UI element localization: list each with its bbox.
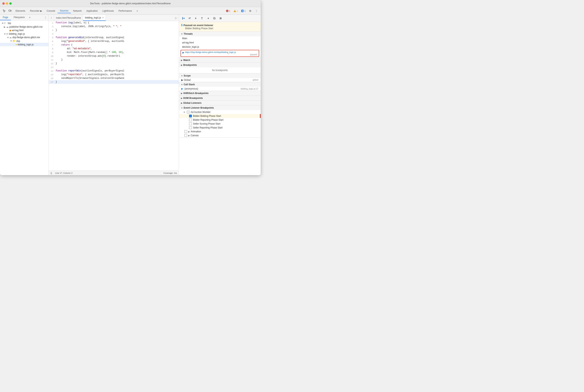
xhr-breakpoints-header[interactable]: ▶ XHR/fetch Breakpoints <box>179 91 261 96</box>
settings-icon[interactable]: ⚙ <box>247 8 253 14</box>
animation-header[interactable]: ▶ Animation <box>179 130 261 134</box>
tree-label-ad-tag: ad-tag.html <box>12 29 23 32</box>
title-bar: DevTools - publisher-fledge-demo.glitch.… <box>0 0 261 7</box>
el-seller-reporting-phase[interactable]: Seller Reporting Phase Start <box>179 126 261 130</box>
tab-performance[interactable]: Performance <box>116 9 134 13</box>
tab-sources[interactable]: Sources <box>57 8 71 13</box>
maximize-button[interactable] <box>9 2 12 5</box>
close-button[interactable] <box>2 2 5 5</box>
tab-more-filetree[interactable]: » <box>27 15 32 20</box>
worklet-collapse-icon[interactable]: − <box>187 111 189 114</box>
editor-tab-back[interactable]: ⟨ <box>49 15 54 21</box>
tab-recorder[interactable]: Recorder ▶ <box>28 9 44 13</box>
el-seller-scoring-phase[interactable]: Seller Scoring Phase Start <box>179 122 261 126</box>
arrow-icon: ▼ <box>181 75 183 77</box>
deactivate-breakpoints-btn[interactable] <box>212 16 217 21</box>
el-label-seller-reporting: Seller Reporting Phase Start <box>193 126 223 129</box>
watch-header[interactable]: ▶ Watch <box>179 58 261 62</box>
inspect-icon[interactable] <box>1 8 7 14</box>
callstack-item-anonymous[interactable]: ▶ (anonymous) bidding_logic.js:17 <box>179 87 261 91</box>
breakpoints-header[interactable]: ▶ Breakpoints <box>179 63 261 67</box>
event-listener-breakpoints-header[interactable]: ▼ Event Listener Breakpoints <box>179 106 261 110</box>
thread-bidding-logic-active[interactable]: ▶ https://dsp-fledge-demo.glitch.me/dsp/… <box>180 50 259 57</box>
svg-text:✕: ✕ <box>226 10 228 12</box>
error-badge[interactable]: ✕ 1 <box>225 9 231 13</box>
code-content[interactable]: 1 function log(label, o) { 2 console.log… <box>49 21 179 170</box>
el-bidder-bidding-phase[interactable]: ✓ Bidder Bidding Phase Start <box>179 114 261 118</box>
tab-application[interactable]: Application <box>84 9 100 13</box>
tab-elements[interactable]: Elements <box>13 9 28 13</box>
editor-tab-index[interactable]: index.html?fencedframe <box>54 15 83 21</box>
tree-item-dsp-domain[interactable]: ▼ ☁ dsp-fledge-demo.glitch.me <box>0 36 48 39</box>
info-icon: ℹ <box>181 24 182 27</box>
more-options-icon[interactable]: ⋮ <box>254 8 259 14</box>
code-line-10: 10 render: interestGroup.ads[0].renderUr… <box>49 54 179 58</box>
callstack-location: bidding_logic.js:17 <box>241 88 258 90</box>
arrow-right-icon: ▶ <box>182 51 184 54</box>
editor-tab-bidding[interactable]: bidding_logic.js ✕ <box>83 15 106 21</box>
threads-header[interactable]: ▼ Threads <box>179 32 261 36</box>
paused-title-text: Paused on event listener <box>183 24 213 27</box>
tab-filesystem[interactable]: Filesystem <box>11 15 27 20</box>
dom-breakpoints-header[interactable]: ▶ DOM Breakpoints <box>179 96 261 100</box>
info-badge[interactable]: ✉ 1 <box>240 9 247 13</box>
step-btn[interactable] <box>205 16 211 21</box>
folder-icon: 📁 <box>12 40 15 42</box>
tab-network[interactable]: Network <box>71 9 84 13</box>
tree-item-dsp-folder[interactable]: ▼ 📁 dsp <box>0 39 48 43</box>
tree-label-dsp-domain: dsp-fledge-demo.glitch.me <box>12 36 40 39</box>
tree-action-icon[interactable]: ⋮ <box>44 16 47 19</box>
tab-more[interactable]: » <box>134 9 140 13</box>
worklet-header[interactable]: ▼ − Ad Auction Worklet <box>179 110 261 114</box>
tree-item-publisher-domain[interactable]: ▶ ☁ publisher-fledge-demo.glitch.me <box>0 25 48 28</box>
checkbox-bidder-reporting[interactable] <box>189 118 192 121</box>
minimize-button[interactable] <box>6 2 8 5</box>
checkbox-animation[interactable] <box>184 130 187 133</box>
arrow-icon: ▼ <box>1 22 4 24</box>
tree-item-top[interactable]: ▼ □ top <box>0 21 48 25</box>
scope-global[interactable]: ▶ Global global <box>179 78 261 82</box>
code-line-2: 2 console.log(label, JSON.stringify(o, "… <box>49 25 179 28</box>
callstack-header[interactable]: ▼ Call Stack <box>179 82 261 87</box>
thread-decision-logic[interactable]: decision_logic.js <box>179 45 261 49</box>
tree-item-bidding-logic-root[interactable]: ▼ ⚙ bidding_logic.js <box>0 32 48 36</box>
device-toggle-icon[interactable] <box>7 8 13 14</box>
threads-label: Threads <box>184 32 193 35</box>
tab-page[interactable]: Page <box>0 15 11 20</box>
close-tab-icon[interactable]: ✕ <box>102 16 104 19</box>
checkbox-seller-scoring[interactable] <box>189 122 192 125</box>
tab-console[interactable]: Console <box>44 9 57 13</box>
status-curly[interactable]: {} <box>50 172 52 174</box>
canvas-group: ▶ Canvas <box>179 134 261 138</box>
tab-lighthouse[interactable]: Lighthouse <box>100 9 116 13</box>
tree-label-top: top <box>8 22 11 24</box>
paused-title: ℹ Paused on event listener <box>181 24 258 27</box>
step-over-btn[interactable] <box>187 16 192 21</box>
el-bidder-reporting-phase[interactable]: Bidder Reporting Phase Start <box>179 118 261 122</box>
callstack-label: Call Stack <box>184 83 195 86</box>
tree-item-bidding-logic-file[interactable]: ■ bidding_logic.js <box>0 43 48 46</box>
warning-badge[interactable]: ! 1 <box>232 9 239 13</box>
editor-tab-right-action[interactable]: ▷ <box>173 16 179 20</box>
tree-item-ad-tag[interactable]: ◼ ad-tag.html <box>0 28 48 32</box>
resume-btn[interactable] <box>180 16 186 21</box>
checkbox-bidder-bidding[interactable]: ✓ <box>189 115 192 117</box>
canvas-header[interactable]: ▶ Canvas <box>179 134 261 138</box>
checkbox-seller-reporting[interactable] <box>189 126 192 129</box>
arrow-icon: ▼ <box>181 33 183 35</box>
paused-subtitle: Bidder Bidding Phase Start <box>181 27 258 30</box>
el-label-bidder-reporting: Bidder Reporting Phase Start <box>193 118 223 121</box>
global-listeners-header[interactable]: ▶ Global Listeners <box>179 101 261 105</box>
scope-header[interactable]: ▼ Scope <box>179 74 261 78</box>
thread-ad-tag[interactable]: ad-tag.html <box>179 40 261 45</box>
paused-notice: ℹ Paused on event listener Bidder Biddin… <box>179 22 261 32</box>
step-into-btn[interactable] <box>193 16 198 21</box>
thread-main[interactable]: Main <box>179 36 261 40</box>
checkbox-canvas[interactable] <box>184 134 187 137</box>
step-out-btn[interactable] <box>199 16 205 21</box>
no-breakpoints-text: No breakpoints <box>179 67 261 73</box>
pause-on-exceptions-btn[interactable] <box>218 16 223 21</box>
animation-group: ▶ Animation <box>179 130 261 134</box>
scope-global-value: global <box>253 79 258 81</box>
status-position: Line 17, Column 2 <box>55 172 72 174</box>
